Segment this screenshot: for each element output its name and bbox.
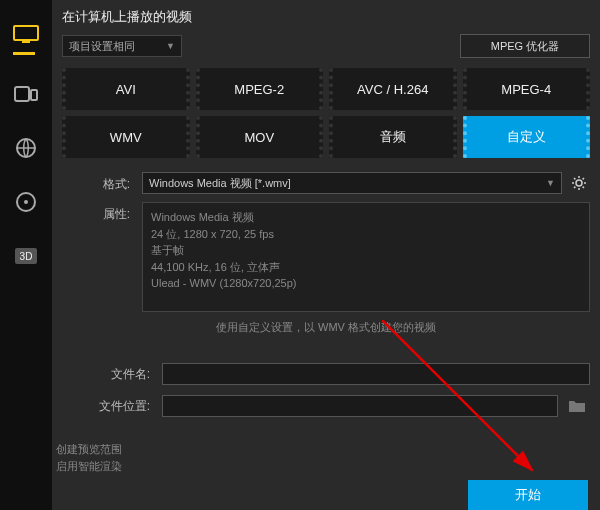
format-label: 格式: [62, 172, 142, 193]
svg-point-6 [24, 200, 28, 204]
svg-rect-3 [31, 90, 37, 100]
disc-icon[interactable] [12, 190, 40, 214]
settings-dropdown-label: 项目设置相同 [69, 39, 135, 54]
filename-input[interactable] [162, 363, 590, 385]
settings-dropdown[interactable]: 项目设置相同 ▼ [62, 35, 182, 57]
tab-avc[interactable]: AVC / H.264 [329, 68, 457, 110]
format-select[interactable]: Windows Media 视频 [*.wmv] ▼ [142, 172, 562, 194]
tab-audio[interactable]: 音频 [329, 116, 457, 158]
mpeg-optimizer-label: MPEG 优化器 [491, 39, 559, 54]
footer-opt-smartrender[interactable]: 启用智能渲染 [56, 458, 122, 475]
svg-rect-2 [15, 87, 29, 101]
start-button-label: 开始 [515, 486, 541, 504]
tab-mpeg4[interactable]: MPEG-4 [463, 68, 591, 110]
chevron-down-icon: ▼ [546, 178, 555, 188]
sidebar: 3D [0, 0, 52, 510]
top-row: 项目设置相同 ▼ MPEG 优化器 [52, 30, 600, 68]
monitor-icon[interactable] [12, 28, 40, 52]
footer-options: 创建预览范围 启用智能渲染 [52, 441, 122, 474]
format-value: Windows Media 视频 [*.wmv] [149, 176, 291, 191]
format-tabs-row1: AVI MPEG-2 AVC / H.264 MPEG-4 [52, 68, 600, 110]
svg-rect-1 [22, 41, 30, 43]
svg-rect-0 [14, 26, 38, 40]
svg-text:3D: 3D [20, 251, 33, 262]
globe-icon[interactable] [12, 136, 40, 160]
footer-opt-preview[interactable]: 创建预览范围 [56, 441, 122, 458]
device-icon[interactable] [12, 82, 40, 106]
file-section: 文件名: 文件位置: [62, 363, 590, 417]
tab-custom[interactable]: 自定义 [463, 116, 591, 158]
filename-label: 文件名: [62, 366, 162, 383]
hint-text: 使用自定义设置，以 WMV 格式创建您的视频 [62, 320, 590, 335]
format-tabs-row2: WMV MOV 音频 自定义 [52, 116, 600, 158]
mpeg-optimizer-button[interactable]: MPEG 优化器 [460, 34, 590, 58]
main-panel: 在计算机上播放的视频 项目设置相同 ▼ MPEG 优化器 AVI MPEG-2 … [52, 0, 600, 510]
tab-mov[interactable]: MOV [196, 116, 324, 158]
attrs-label: 属性: [62, 202, 142, 223]
tab-mpeg2[interactable]: MPEG-2 [196, 68, 324, 110]
tab-wmv[interactable]: WMV [62, 116, 190, 158]
start-button[interactable]: 开始 [468, 480, 588, 510]
filelocation-input[interactable] [162, 395, 558, 417]
gear-icon[interactable] [568, 172, 590, 194]
chevron-down-icon: ▼ [166, 41, 175, 51]
settings-panel: 格式: Windows Media 视频 [*.wmv] ▼ 属性: Windo… [62, 172, 590, 335]
svg-point-9 [576, 180, 582, 186]
threed-icon[interactable]: 3D [12, 244, 40, 268]
filelocation-label: 文件位置: [62, 398, 162, 415]
folder-icon[interactable] [564, 395, 590, 417]
attrs-box: Windows Media 视频 24 位, 1280 x 720, 25 fp… [142, 202, 590, 312]
page-title: 在计算机上播放的视频 [52, 0, 600, 30]
tab-avi[interactable]: AVI [62, 68, 190, 110]
